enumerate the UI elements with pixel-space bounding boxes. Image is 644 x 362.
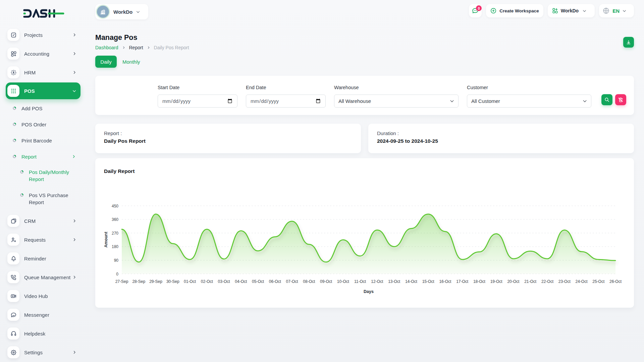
sidebar-item-label: Projects <box>24 32 43 38</box>
report-period-tabs: Daily Monthly <box>95 56 634 68</box>
sidebar-subitem-pos-vs-purchase-report[interactable]: Pos VS Purchase Report <box>6 192 80 206</box>
chevron-right-icon <box>72 155 76 159</box>
sidebar-item-pos[interactable]: POS <box>6 82 80 99</box>
video-plus-icon <box>7 290 19 302</box>
sidebar-subitem-label: Pos VS Purchase Report <box>29 192 72 206</box>
sidebar-item-label: Queue Management <box>24 275 70 280</box>
messages-badge: 0 <box>476 5 482 11</box>
bullet-icon <box>13 107 16 110</box>
end-date-label: End Date <box>246 85 326 90</box>
sidebar-item-requests[interactable]: Requests <box>6 234 80 246</box>
svg-text:Amount: Amount <box>104 232 108 248</box>
bullet-icon <box>13 123 16 126</box>
end-date-input[interactable] <box>246 95 326 108</box>
svg-text:18-Oct: 18-Oct <box>473 279 486 284</box>
sidebar-item-projects[interactable]: Projects <box>6 29 80 41</box>
sidebar-item-settings[interactable]: Settings <box>6 346 80 358</box>
sidebar-item-label: HRM <box>24 70 36 75</box>
sidebar-item-label: POS <box>24 88 35 94</box>
globe-icon <box>602 7 610 14</box>
sidebar-item-label: Reminder <box>24 256 46 261</box>
sidebar-item-messenger[interactable]: Messenger <box>6 309 80 321</box>
svg-text:19-Oct: 19-Oct <box>490 279 503 284</box>
workspace-menu-label: WorkDo <box>561 8 579 13</box>
sidebar-item-accounting[interactable]: Accounting <box>6 48 80 60</box>
sidebar-item-hrm[interactable]: HRM <box>6 66 80 78</box>
phone-call-icon <box>7 271 19 283</box>
workspace-menu-button[interactable]: WorkDo <box>548 4 595 17</box>
end-date-field: End Date <box>246 85 326 115</box>
bullet-icon <box>13 155 16 158</box>
chevron-right-icon <box>72 350 76 354</box>
customer-label: Customer <box>467 85 591 90</box>
chevron-right-icon <box>147 46 150 49</box>
sidebar: Projects Accounting HRM <box>0 0 87 362</box>
svg-text:270: 270 <box>112 231 118 236</box>
sidebar-nav: Projects Accounting HRM <box>0 29 87 358</box>
svg-text:29-Sep: 29-Sep <box>149 279 162 284</box>
svg-text:09-Oct: 09-Oct <box>320 279 332 284</box>
svg-text:26-Oct: 26-Oct <box>609 279 622 284</box>
sidebar-item-reminder[interactable]: Reminder <box>6 252 80 264</box>
sidebar-subitem-label: POS Order <box>21 121 46 128</box>
sidebar-subitem-add-pos[interactable]: Add POS <box>6 103 80 113</box>
chevron-down-icon <box>622 9 627 13</box>
svg-text:06-Oct: 06-Oct <box>269 279 281 284</box>
page-title: Manage Pos <box>95 34 189 42</box>
language-button[interactable]: EN <box>599 4 634 17</box>
sidebar-item-crm[interactable]: CRM <box>6 215 80 227</box>
create-workspace-button[interactable]: Create Workspace <box>486 4 543 17</box>
page-head: Manage Pos Dashboard Report Daily Pos Re… <box>95 34 634 50</box>
create-workspace-label: Create Workspace <box>499 8 539 13</box>
svg-text:28-Sep: 28-Sep <box>132 279 145 284</box>
warehouse-select[interactable]: All Warehouse <box>334 95 459 108</box>
svg-text:23-Oct: 23-Oct <box>558 279 571 284</box>
sidebar-item-helpdesk[interactable]: Helpdesk <box>6 327 80 340</box>
main-content: WorkDo 0 Create Workspace WorkDo <box>87 0 644 308</box>
messages-button[interactable]: 0 <box>469 4 482 17</box>
bullet-icon <box>20 193 23 197</box>
report-card: Report : Daily Pos Report <box>95 124 361 153</box>
customer-select[interactable]: All Customer <box>467 95 591 108</box>
svg-text:30-Sep: 30-Sep <box>166 279 179 284</box>
duration-label: Duration : <box>377 130 625 136</box>
sidebar-item-label: Accounting <box>24 51 49 57</box>
sidebar-item-label: Helpdesk <box>24 331 45 337</box>
dash-logo <box>23 9 64 18</box>
warehouse-field: Warehouse All Warehouse <box>334 85 459 115</box>
breadcrumb: Dashboard Report Daily Pos Report <box>95 45 189 50</box>
reset-filter-button[interactable] <box>615 94 626 105</box>
trash-off-icon <box>618 97 624 103</box>
user-plus-icon <box>7 234 19 246</box>
search-button[interactable] <box>601 94 612 105</box>
chevron-down-icon <box>136 10 140 14</box>
svg-text:25-Oct: 25-Oct <box>592 279 605 284</box>
svg-text:13-Oct: 13-Oct <box>388 279 400 284</box>
download-button[interactable] <box>623 37 634 48</box>
breadcrumb-current: Daily Pos Report <box>154 45 189 50</box>
sidebar-item-queue-management[interactable]: Queue Management <box>6 271 80 283</box>
start-date-input[interactable] <box>158 95 237 108</box>
tab-daily[interactable]: Daily <box>95 56 117 68</box>
duration-value: 2024-09-25 to 2024-10-25 <box>377 138 625 144</box>
topbar-actions: 0 Create Workspace WorkDo EN <box>469 4 634 17</box>
filter-card: Start Date End Date Warehouse All Wareho… <box>95 76 634 115</box>
svg-text:20-Oct: 20-Oct <box>507 279 520 284</box>
tab-monthly[interactable]: Monthly <box>122 59 140 65</box>
message-circle-icon <box>7 309 19 321</box>
sidebar-item-label: Settings <box>24 350 43 355</box>
sidebar-subitem-report[interactable]: Report <box>6 152 80 162</box>
sidebar-subitem-pos-order[interactable]: POS Order <box>6 119 80 129</box>
sidebar-subitem-label: Print Barcode <box>21 137 52 144</box>
summary-cards: Report : Daily Pos Report Duration : 202… <box>95 124 634 153</box>
sidebar-subitem-print-barcode[interactable]: Print Barcode <box>6 135 80 145</box>
topbar: WorkDo 0 Create Workspace WorkDo <box>95 4 634 19</box>
sidebar-item-video-hub[interactable]: Video Hub <box>6 290 80 302</box>
daily-report-card: Daily Report 09018027036045027-Sep28-Sep… <box>95 158 634 308</box>
workspace-switcher[interactable]: WorkDo <box>95 4 148 19</box>
svg-text:05-Oct: 05-Oct <box>252 279 264 284</box>
gear-icon <box>7 346 19 358</box>
breadcrumb-dashboard[interactable]: Dashboard <box>95 45 118 50</box>
svg-text:02-Oct: 02-Oct <box>201 279 213 284</box>
sidebar-subitem-pos-daily-monthly-report[interactable]: Pos Daily/Monthly Report <box>6 169 80 183</box>
